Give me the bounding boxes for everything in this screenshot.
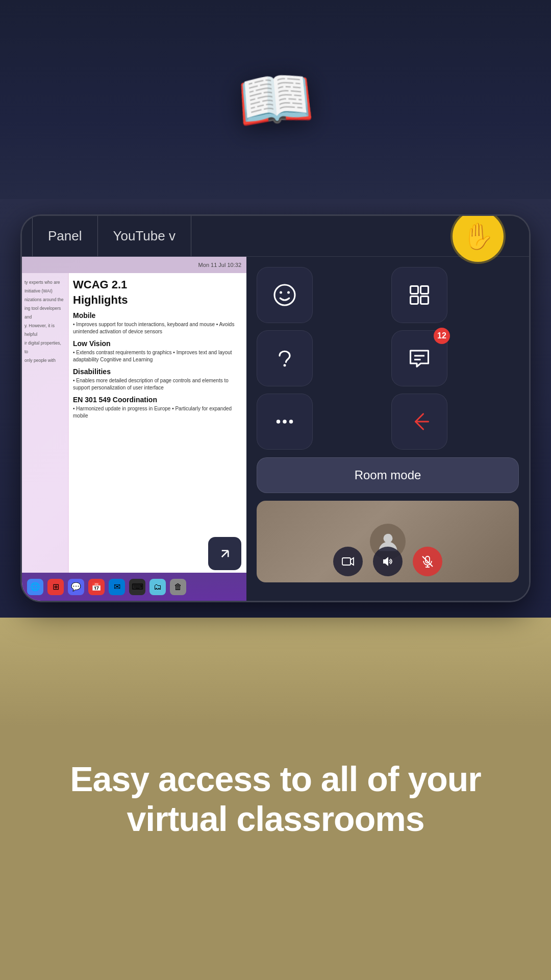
svg-point-10 — [277, 420, 281, 424]
doc-section2-text: • Extends contrast requirements to graph… — [73, 349, 242, 363]
doc-title-line1: WCAG 2.1 — [73, 278, 242, 291]
screen-topbar: Mon 11 Jul 10:32 — [22, 257, 246, 273]
doc-section3-text: • Enables more detailed description of p… — [73, 377, 242, 391]
video-preview — [257, 501, 519, 582]
video-controls — [257, 547, 519, 576]
doc-sidebar: ty experts who are Initiative (WAI) niza… — [24, 278, 65, 365]
screen-dock: 🌐 ⊞ 💬 📅 ✉ ⌨ 🗂 🗑 — [22, 573, 246, 601]
svg-rect-5 — [411, 297, 418, 304]
svg-point-0 — [274, 285, 295, 305]
question-button[interactable] — [257, 330, 313, 386]
mic-mute-button[interactable] — [413, 547, 442, 576]
topbar-time: Mon 11 Jul 10:32 — [198, 262, 241, 268]
svg-rect-14 — [342, 558, 350, 565]
chat-badge: 12 — [434, 328, 450, 344]
doc-section4-text: • Harmonized update in progress in Europ… — [73, 405, 242, 420]
speaker-toggle-button[interactable] — [373, 547, 403, 576]
tab-panel[interactable]: Panel — [32, 216, 98, 256]
grid-button[interactable] — [391, 267, 447, 323]
doc-section1-text: • Improves support for touch interaction… — [73, 321, 242, 335]
svg-rect-3 — [411, 286, 418, 294]
svg-point-11 — [283, 420, 287, 424]
icon-grid: 12 — [257, 267, 519, 450]
bottom-headline: Easy access to all of your virtual class… — [41, 759, 510, 839]
dock-icon-grid[interactable]: ⊞ — [47, 579, 64, 595]
svg-point-12 — [289, 420, 293, 424]
dock-icon-files[interactable]: 🗂 — [149, 579, 166, 595]
doc-section3-title: Disabilities — [73, 368, 242, 376]
room-mode-button[interactable]: Room mode — [257, 457, 519, 493]
dock-icon-terminal[interactable]: ⌨ — [129, 579, 145, 595]
bottom-section: Easy access to all of your virtual class… — [0, 618, 551, 980]
middle-section: Panel YouTube v ✋ Mon 11 Jul 10:32 ty ex… — [0, 199, 551, 618]
device-frame: Panel YouTube v ✋ Mon 11 Jul 10:32 ty ex… — [20, 214, 531, 602]
svg-point-7 — [284, 364, 286, 366]
tab-bar: Panel YouTube v ✋ — [22, 216, 529, 257]
doc-title-line2: Highlights — [73, 293, 242, 307]
hand-raise-button[interactable]: ✋ — [453, 214, 504, 262]
svg-rect-6 — [421, 297, 429, 304]
dock-icon-cal[interactable]: 📅 — [88, 579, 105, 595]
camera-toggle-button[interactable] — [333, 547, 363, 576]
doc-section1-title: Mobile — [73, 311, 242, 320]
content-area: Mon 11 Jul 10:32 ty experts who are Init… — [22, 257, 529, 601]
back-button[interactable] — [391, 394, 447, 450]
dock-icon-trash[interactable]: 🗑 — [170, 579, 186, 595]
dock-icon-discord[interactable]: 💬 — [68, 579, 84, 595]
svg-point-1 — [280, 291, 282, 294]
book-icon: 📖 — [234, 60, 317, 139]
doc-section4-title: EN 301 549 Coordination — [73, 396, 242, 404]
controls-panel: 12 — [246, 257, 529, 601]
dock-icon-chrome[interactable]: 🌐 — [27, 579, 43, 595]
smiley-button[interactable] — [257, 267, 313, 323]
doc-section2-title: Low Vision — [73, 339, 242, 348]
more-button[interactable] — [257, 394, 313, 450]
top-section: 📖 — [0, 0, 551, 199]
expand-button[interactable] — [208, 537, 241, 570]
chat-button[interactable]: 12 — [391, 330, 447, 386]
svg-point-2 — [287, 291, 290, 294]
svg-point-13 — [383, 533, 392, 543]
svg-rect-4 — [421, 286, 429, 294]
dock-icon-outlook[interactable]: ✉ — [109, 579, 125, 595]
tab-youtube[interactable]: YouTube v — [98, 216, 191, 256]
screen-preview: Mon 11 Jul 10:32 ty experts who are Init… — [22, 257, 246, 601]
